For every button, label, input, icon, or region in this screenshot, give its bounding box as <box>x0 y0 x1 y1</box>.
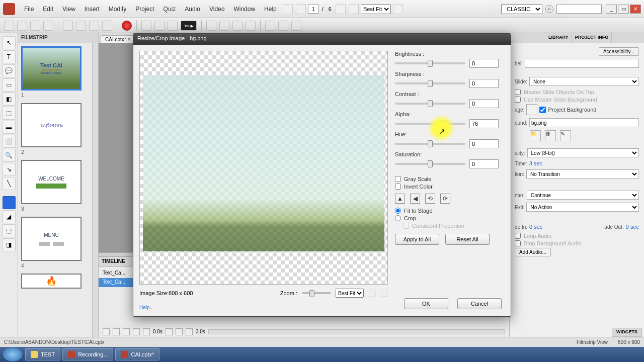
click-tool-icon[interactable]: ⬚ <box>3 107 16 120</box>
slide-number-input[interactable] <box>308 5 319 14</box>
timeline-scrollbar[interactable] <box>208 329 505 334</box>
mail-icon[interactable] <box>283 4 293 14</box>
taskbar-item-1[interactable]: TEST <box>25 348 60 360</box>
highlight-tool-icon[interactable]: ◧ <box>3 93 16 106</box>
onexit-select[interactable]: No Action <box>526 203 639 212</box>
youtube-icon[interactable]: You▶ <box>181 21 197 31</box>
onenter-select[interactable]: Continue <box>527 191 639 200</box>
reset-all-button[interactable]: Reset All <box>445 234 490 245</box>
rotate-ccw-icon[interactable]: ⟲ <box>425 194 435 204</box>
line-tool-icon[interactable]: ╲ <box>3 177 16 190</box>
menu-audio[interactable]: Audio <box>181 4 204 15</box>
tab-project-info[interactable]: PROJECT INFO <box>572 33 612 43</box>
crop-radio[interactable] <box>395 215 401 221</box>
hand-icon[interactable] <box>393 4 403 14</box>
zoom-out-icon[interactable] <box>369 290 376 297</box>
project-bg-checkbox[interactable] <box>539 107 546 113</box>
undo-icon[interactable] <box>30 21 40 31</box>
loop-audio-checkbox[interactable] <box>515 233 521 239</box>
menu-window[interactable]: Window <box>229 4 259 15</box>
copy-icon[interactable] <box>63 21 73 31</box>
start-button[interactable] <box>3 347 22 361</box>
table-icon[interactable] <box>278 21 288 31</box>
slide-thumb-3[interactable]: WELCOME <box>21 160 82 204</box>
slide-thumb-5[interactable]: 🔥 <box>21 274 82 289</box>
audio-icon[interactable] <box>141 21 151 31</box>
timeline-audio-icon[interactable] <box>143 328 150 335</box>
timeline-marker-out-icon[interactable] <box>176 328 183 335</box>
crop-icon[interactable] <box>296 4 306 14</box>
timeline-prev-icon[interactable] <box>113 328 120 335</box>
ungroup-icon[interactable] <box>219 21 229 31</box>
dialog-titlebar[interactable]: Resize/Crop Image - bg.png <box>133 34 511 45</box>
slide-thumb-4[interactable]: MENU <box>21 217 82 261</box>
taskbar-item-3[interactable]: CAI.cptx* <box>115 348 159 360</box>
widgets-tab[interactable]: WIDGETS <box>612 328 642 337</box>
duplicate-icon[interactable] <box>89 21 99 31</box>
hue-slider[interactable] <box>395 143 465 145</box>
tab-library[interactable]: LIBRARY <box>545 33 572 43</box>
cancel-button[interactable]: Cancel <box>457 298 502 309</box>
text-tool-icon[interactable]: T <box>3 50 16 63</box>
sharpness-input[interactable] <box>469 79 499 88</box>
menu-project[interactable]: Project <box>131 4 158 15</box>
menu-modify[interactable]: Modify <box>105 4 130 15</box>
grayscale-checkbox[interactable] <box>395 176 401 182</box>
close-button[interactable]: ✕ <box>630 5 641 14</box>
saturation-slider[interactable] <box>395 163 465 165</box>
ok-button[interactable]: OK <box>404 298 448 309</box>
zoom-tool-icon[interactable]: 🔍 <box>3 149 16 162</box>
brightness-slider[interactable] <box>395 62 465 64</box>
save-icon[interactable] <box>17 21 27 31</box>
video-icon[interactable] <box>168 21 178 31</box>
bg-edit-icon[interactable]: ✎ <box>560 130 571 141</box>
alpha-slider[interactable] <box>395 123 465 125</box>
rotate-cw-icon[interactable]: ⟳ <box>440 194 450 204</box>
rollover-tool-icon[interactable]: ▭ <box>3 78 16 92</box>
add-audio-button[interactable]: Add Audio... <box>515 248 551 256</box>
menu-video[interactable]: Video <box>205 4 228 15</box>
group-icon[interactable] <box>206 21 216 31</box>
quality-select[interactable]: Low (8-bit) <box>527 148 639 157</box>
timeline-first-icon[interactable] <box>103 328 110 335</box>
mouse-tool-icon[interactable]: ↘ <box>3 163 16 176</box>
button-tool-icon[interactable]: ▬ <box>3 121 16 134</box>
menu-help[interactable]: Help <box>260 4 281 15</box>
stop-bgaudio-checkbox[interactable] <box>515 240 521 246</box>
new-icon[interactable] <box>4 21 14 31</box>
default-color-icon[interactable]: ◨ <box>3 238 16 251</box>
brightness-input[interactable] <box>469 59 499 68</box>
zoom-select[interactable]: Best Fit <box>336 289 364 298</box>
hue-input[interactable] <box>469 139 499 148</box>
bg-delete-icon[interactable]: 🗑 <box>545 130 556 141</box>
fill-color-icon[interactable] <box>3 196 16 209</box>
bg-browse-icon[interactable]: 📁 <box>530 130 541 141</box>
help-link[interactable]: Help... <box>139 305 154 310</box>
arrow-tool-icon[interactable]: ↖ <box>3 36 16 49</box>
transition-select[interactable]: No Transition <box>526 169 639 178</box>
slide-thumb-1[interactable]: Test CAI by Username Faculty of EDU <box>21 46 82 90</box>
master-slide-select[interactable]: None <box>529 77 639 86</box>
flip-h-icon[interactable]: ▲ <box>395 194 405 204</box>
stroke-color-icon[interactable]: ◢ <box>3 210 16 223</box>
saturation-input[interactable] <box>469 159 499 168</box>
menu-file[interactable]: File <box>20 4 38 15</box>
grid-icon[interactable] <box>291 21 301 31</box>
document-tab[interactable]: CAI.cptx* × <box>101 35 135 43</box>
record-icon[interactable] <box>122 21 132 31</box>
alpha-input[interactable] <box>469 119 499 128</box>
timeline-end-icon[interactable] <box>186 328 193 335</box>
menu-quiz[interactable]: Quiz <box>159 4 180 15</box>
filmstrip-scrollbar[interactable] <box>92 43 98 337</box>
zoom-slider[interactable] <box>302 292 331 294</box>
fadeout-value[interactable]: 0 sec <box>626 224 639 230</box>
redo-icon[interactable] <box>43 21 53 31</box>
background-input[interactable] <box>529 118 639 127</box>
time-value[interactable]: 3 sec <box>529 160 542 166</box>
timeline-next-icon[interactable] <box>133 328 140 335</box>
search-input[interactable] <box>556 5 602 14</box>
maximize-button[interactable]: ▭ <box>618 5 629 14</box>
caption-tool-icon[interactable]: 💬 <box>3 64 16 77</box>
invert-checkbox[interactable] <box>395 184 401 190</box>
label-input[interactable] <box>525 59 639 68</box>
